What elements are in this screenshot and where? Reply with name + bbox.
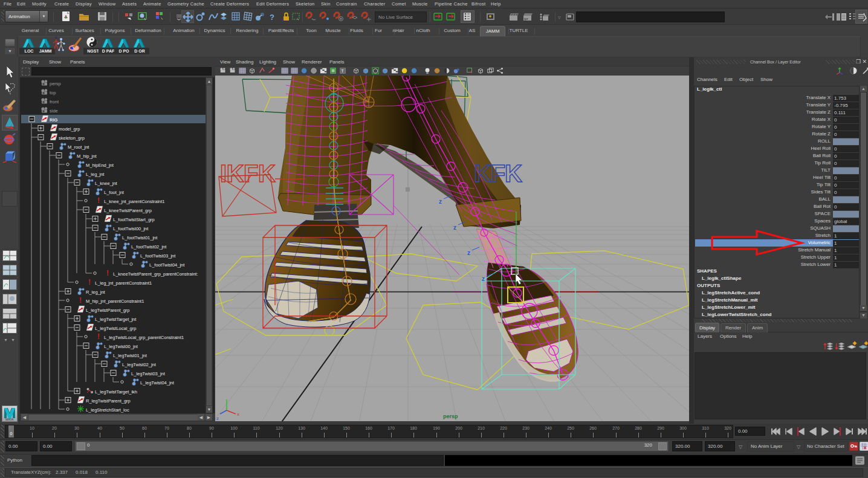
svg-text:L_legTwist01_jnt: L_legTwist01_jnt [113, 353, 147, 358]
svg-text:L_legStretchStart_loc: L_legStretchStart_loc [86, 407, 129, 413]
svg-text:L_legTwist02_jnt: L_legTwist02_jnt [122, 362, 157, 367]
svg-text:L_legTwistLocal_grp_parentCons: L_legTwistLocal_grp_parentConstraint1 [104, 335, 184, 340]
svg-text:L_leg_jnt: L_leg_jnt [86, 172, 105, 177]
svg-text:M_root_jnt: M_root_jnt [68, 144, 89, 150]
svg-text:z: z [467, 250, 470, 256]
svg-text:L_leg_jnt_parentConstraint1: L_leg_jnt_parentConstraint1 [95, 280, 152, 286]
svg-text:IKFK: IKFK [220, 160, 276, 187]
svg-text:front: front [50, 99, 59, 105]
svg-text:L_legTwist00_jnt: L_legTwist00_jnt [104, 344, 138, 349]
svg-text:L_knee_jnt: L_knee_jnt [95, 181, 118, 186]
svg-text:L_footTwist02_jnt: L_footTwist02_jnt [131, 244, 167, 250]
svg-text:L_legTwistTarget_jnt: L_legTwistTarget_jnt [95, 317, 137, 322]
svg-text:KFK: KFK [474, 160, 522, 187]
svg-text:z: z [439, 198, 442, 205]
svg-text:L_footTwist01_jnt: L_footTwist01_jnt [122, 235, 158, 241]
svg-text:side: side [50, 108, 58, 114]
svg-text:MAYA: MAYA [5, 418, 14, 421]
svg-text:R_legTwistParent_grp: R_legTwistParent_grp [86, 398, 131, 404]
svg-text:RIG: RIG [50, 117, 58, 123]
svg-text:z: z [482, 276, 485, 282]
svg-text:L_footTwist04_jnt: L_footTwist04_jnt [149, 262, 185, 268]
svg-text:M_hip_jnt_parentConstraint1: M_hip_jnt_parentConstraint1 [86, 299, 144, 304]
svg-text:L_knee_jnt_parentConstraint1: L_knee_jnt_parentConstraint1 [104, 199, 165, 204]
svg-text:persp: persp [50, 81, 61, 86]
svg-text:ipr: ipr [524, 17, 528, 21]
svg-text:!: ! [88, 278, 91, 286]
svg-text:M_hipEnd_jnt: M_hipEnd_jnt [86, 163, 114, 168]
svg-text:z: z [453, 224, 456, 231]
svg-text:L_legTwistLocal_grp: L_legTwistLocal_grp [95, 326, 136, 331]
svg-text:L_footTwistStart_grp: L_footTwistStart_grp [113, 217, 155, 222]
svg-text:L_legTwistParent_grp: L_legTwistParent_grp [86, 308, 130, 313]
svg-text:L_legTwistTarget_ikh: L_legTwistTarget_ikh [95, 389, 137, 395]
svg-text:persp: persp [443, 413, 458, 419]
svg-text:!: ! [79, 296, 82, 305]
svg-text:skeleton_grp: skeleton_grp [59, 135, 85, 141]
svg-text:model_grp: model_grp [59, 126, 80, 132]
svg-text:top: top [50, 90, 56, 95]
svg-text:M_hip_jnt: M_hip_jnt [77, 153, 97, 159]
svg-text:L_footTwist03_jnt: L_footTwist03_jnt [140, 253, 176, 259]
svg-text:L_footTwist00_jnt: L_footTwist00_jnt [113, 226, 149, 231]
svg-text:R_leg_jnt: R_leg_jnt [86, 289, 106, 295]
svg-text:z: z [216, 416, 219, 421]
svg-text:!: ! [97, 332, 100, 341]
svg-text:L_kneeTwistParent_grp_parentCo: L_kneeTwistParent_grp_parentConstraint: [113, 271, 198, 277]
svg-text:L_foot_jnt: L_foot_jnt [104, 190, 125, 195]
svg-text:L_kneeTwistParent_grp: L_kneeTwistParent_grp [104, 208, 152, 213]
svg-text:L_legTwist03_jnt: L_legTwist03_jnt [131, 371, 166, 376]
svg-text:L_legTwist04_jnt: L_legTwist04_jnt [140, 380, 175, 386]
svg-text:!: ! [106, 269, 109, 277]
svg-text:x: x [237, 412, 239, 417]
svg-text:!: ! [97, 196, 100, 205]
svg-text:?: ? [270, 13, 274, 22]
